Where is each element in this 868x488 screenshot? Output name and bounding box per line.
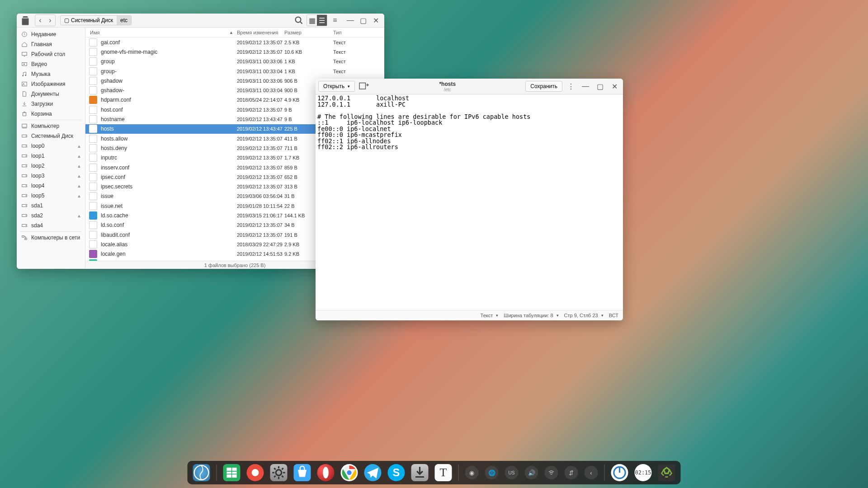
sidebar-item[interactable]: Компьютеры в сети (17, 233, 85, 243)
insert-mode[interactable]: ВСТ (609, 313, 618, 318)
tray-app-icon[interactable]: ◉ (465, 466, 479, 479)
file-icon (89, 115, 97, 123)
open-button[interactable]: Открыть (318, 81, 355, 92)
eject-icon[interactable]: ▲ (77, 183, 81, 188)
sidebar-item[interactable]: sda4 (17, 221, 85, 230)
power-icon[interactable] (611, 464, 628, 481)
telegram-icon[interactable] (364, 464, 382, 481)
close-button[interactable]: ✕ (370, 15, 382, 26)
launcher-icon[interactable] (193, 464, 210, 481)
sidebar-item[interactable]: loop5▲ (17, 191, 85, 201)
drive-icon (21, 202, 28, 209)
nav-forward-button[interactable]: › (45, 15, 55, 26)
column-header: Имя▲ Время изменения Размер Тип (85, 28, 384, 38)
sidebar-item[interactable]: sda1 (17, 201, 85, 211)
maximize-button[interactable]: ▢ (357, 15, 369, 26)
spreadsheet-icon[interactable] (223, 464, 241, 481)
eject-icon[interactable]: ▲ (77, 193, 81, 198)
editor-minimize-button[interactable]: — (580, 81, 591, 92)
clock-icon (21, 31, 28, 38)
svg-rect-10 (22, 124, 27, 127)
opera-icon[interactable] (317, 464, 335, 481)
tray-globe-icon[interactable]: 🌐 (485, 466, 499, 479)
sidebar-item[interactable]: loop1▲ (17, 151, 85, 161)
usb-icon[interactable]: ⇵ (565, 466, 578, 479)
desktop-icon (21, 51, 28, 57)
sidebar-item[interactable]: Корзина (17, 109, 85, 119)
editor-close-button[interactable]: ✕ (609, 81, 620, 92)
collapse-tray-icon[interactable]: ‹ (585, 466, 598, 479)
eject-icon[interactable]: ▲ (77, 213, 81, 218)
sidebar-item[interactable]: Документы (17, 89, 85, 99)
file-row[interactable]: gnome-vfs-mime-magic2019/02/12 13:35:071… (85, 47, 384, 56)
skype-icon[interactable]: S (388, 464, 405, 481)
list-view-button[interactable]: ☰ (317, 15, 327, 26)
app-store-icon[interactable] (294, 464, 311, 481)
sidebar-item-label: loop2 (31, 163, 44, 169)
minimize-button[interactable]: — (344, 15, 356, 26)
wifi-icon[interactable] (545, 466, 558, 479)
file-row[interactable]: group2019/03/11 00:33:061 KBТекст (85, 57, 384, 66)
sidebar-item-label: sda2 (31, 212, 43, 219)
breadcrumb[interactable]: ▢ Системный Диск etc (60, 15, 132, 25)
sidebar-item[interactable]: sda2▲ (17, 211, 85, 221)
sidebar-item[interactable]: Недавние (17, 29, 85, 39)
hamburger-menu-button[interactable]: ≡ (329, 15, 341, 26)
chrome-icon[interactable] (341, 464, 358, 481)
file-row[interactable]: group-2019/03/11 00:33:041 KBТекст (85, 66, 384, 76)
breadcrumb-disk[interactable]: ▢ Системный Диск (61, 16, 117, 25)
clock-widget-icon[interactable]: 02:15 (635, 464, 652, 481)
sidebar-item[interactable]: Главная (17, 39, 85, 49)
sidebar-item[interactable]: Компьютер (17, 121, 85, 131)
volume-icon[interactable]: 🔊 (525, 466, 538, 479)
sidebar-item[interactable]: Музыка (17, 69, 85, 79)
search-button[interactable] (293, 15, 305, 26)
eject-icon[interactable]: ▲ (77, 144, 81, 149)
column-date[interactable]: Время изменения (237, 30, 284, 35)
trash-toolbar-button[interactable] (19, 15, 31, 26)
drive-icon (21, 163, 28, 169)
save-button[interactable]: Сохранить (525, 81, 562, 92)
column-type[interactable]: Тип (333, 30, 384, 35)
nav-back-button[interactable]: ‹ (35, 15, 45, 26)
eject-icon[interactable]: ▲ (77, 174, 81, 178)
sidebar-item[interactable]: loop4▲ (17, 181, 85, 191)
file-row[interactable]: gai.conf2019/02/12 13:35:072.5 KBТекст (85, 38, 384, 47)
tabwidth-selector[interactable]: Ширина табуляции: 8 (504, 313, 558, 318)
torrent-icon[interactable] (411, 464, 429, 481)
sidebar-item-label: Рабочий стол (31, 51, 65, 57)
text-editor-dock-icon[interactable]: T (435, 464, 452, 481)
eject-icon[interactable]: ▲ (77, 164, 81, 169)
cursor-position[interactable]: Стр 9, Стлб 23 (564, 313, 604, 318)
grid-view-button[interactable]: ▦ (307, 15, 317, 26)
sidebar-item[interactable]: Рабочий стол (17, 49, 85, 59)
sidebar-item[interactable]: loop2▲ (17, 161, 85, 171)
sidebar-item[interactable]: loop3▲ (17, 171, 85, 181)
editor-textarea[interactable]: 127.0.0.1 localhost 127.0.1.1 axill-PC #… (316, 94, 623, 310)
file-date: 2019/02/12 13:35:07 (237, 165, 284, 170)
settings-icon[interactable] (270, 464, 288, 481)
breadcrumb-folder[interactable]: etc (117, 16, 131, 25)
sidebar-item-label: Компьютеры в сети (31, 235, 80, 241)
keyboard-layout-indicator[interactable]: US (505, 466, 519, 479)
sidebar-item[interactable]: Изображения (17, 79, 85, 89)
svg-point-17 (26, 155, 27, 156)
syntax-selector[interactable]: Текст (481, 313, 499, 318)
editor-maximize-button[interactable]: ▢ (594, 81, 606, 92)
file-date: 2019/03/11 00:33:04 (237, 88, 284, 93)
column-name[interactable]: Имя▲ (85, 30, 237, 35)
sidebar-item-label: Загрузки (31, 101, 53, 107)
eject-icon[interactable]: ▲ (77, 154, 81, 159)
column-size[interactable]: Размер (284, 30, 333, 35)
file-date: 2019/01/28 10:11:54 (237, 203, 284, 209)
screen-recorder-icon[interactable] (247, 464, 264, 481)
sidebar-item[interactable]: Видео (17, 59, 85, 69)
menu-button[interactable]: ⋮ (565, 81, 577, 92)
new-tab-button[interactable] (358, 81, 369, 92)
sidebar-item[interactable]: Системный Диск (17, 131, 85, 141)
file-icon (89, 202, 97, 210)
svg-line-1 (300, 22, 302, 24)
sidebar-item[interactable]: loop0▲ (17, 141, 85, 151)
sidebar-item[interactable]: Загрузки (17, 99, 85, 109)
recycle-bin-icon[interactable] (658, 464, 675, 481)
